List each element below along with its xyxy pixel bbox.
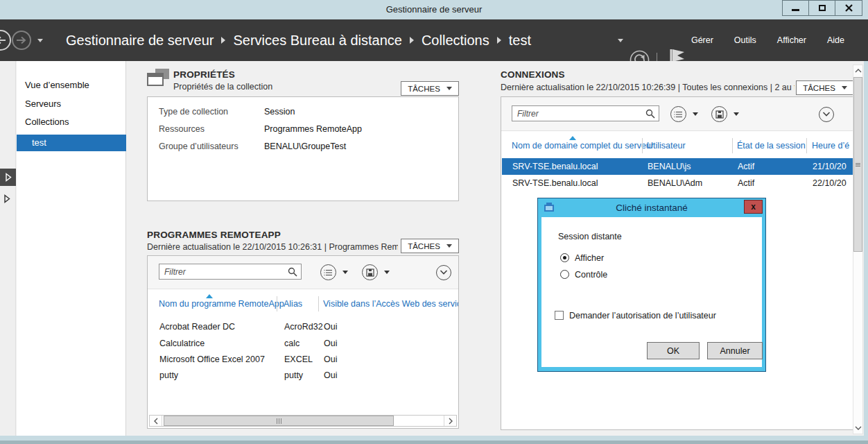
minimize-button[interactable] [783,1,809,15]
menu-bar: Gérer Outils Afficher Aide [691,19,844,61]
remoteapp-col-name[interactable]: Nom du programme RemoteApp [159,299,284,309]
window-edge-bottom [0,436,868,441]
column-divider[interactable] [732,138,733,153]
radio-controle[interactable] [560,270,569,279]
scroll-down-button[interactable] [853,422,862,434]
forward-button[interactable] [12,31,31,50]
collapse-panel-button[interactable] [436,265,451,280]
expand-secondary-button[interactable] [3,194,10,205]
cell-visible: Oui [324,351,337,368]
column-divider[interactable] [277,296,277,311]
save-query-caret-icon[interactable] [734,112,739,116]
breadcrumb-dropdown-caret-icon[interactable] [618,39,623,42]
connections-tasks-button[interactable]: TÂCHES [796,80,854,95]
close-icon: x [751,202,756,212]
sidebar-item-vue-densemble[interactable]: Vue d’ensemble [17,76,126,94]
forward-icon [16,36,27,44]
list-options-button[interactable] [320,264,336,280]
sidebar-item-serveurs[interactable]: Serveurs [17,95,126,113]
save-query-button[interactable] [362,264,378,280]
property-label: Ressources [159,124,264,134]
scrollbar-thumb[interactable] [853,77,862,252]
connection-row[interactable]: SRV-TSE.benalu.local BENALU\Adm Actif 22… [502,175,853,191]
sidebar-item-collections[interactable]: Collections [17,113,126,131]
sidebar-item-test[interactable]: test [17,135,126,151]
save-query-caret-icon[interactable] [384,271,390,274]
menu-afficher[interactable]: Afficher [777,35,806,45]
connections-col-time[interactable]: Heure d’é [812,141,849,151]
properties-title: PROPRIÉTÉS [173,69,235,80]
property-value: Session [264,107,295,117]
cell-alias: EXCEL [284,351,313,368]
scroll-right-button[interactable] [444,416,456,426]
horizontal-scrollbar[interactable] [149,415,457,427]
radio-afficher[interactable] [560,253,569,262]
dialog-titlebar[interactable]: Cliché instantané x [538,198,765,217]
remoteapp-row[interactable]: Calculatrice calc Oui [148,335,458,352]
menu-gerer[interactable]: Gérer [691,35,713,45]
remoteapp-col-alias[interactable]: Alias [284,299,302,309]
save-query-button[interactable] [711,106,727,122]
connections-filter-input[interactable] [512,106,659,121]
remoteapp-row[interactable]: Microsoft Office Excel 2007 EXCEL Oui [148,351,458,368]
scrollbar-thumb[interactable] [164,416,394,426]
breadcrumb-item-rds[interactable]: Services Bureau à distance [233,33,401,49]
breadcrumb-item-root[interactable]: Gestionnaire de serveur [66,33,214,49]
save-query-icon [366,268,374,277]
column-divider[interactable] [318,296,319,311]
tasks-label: TÂCHES [408,85,440,93]
remoteapp-filter-input[interactable] [159,264,301,279]
vertical-scrollbar[interactable] [853,65,863,434]
cancel-button[interactable]: Annuler [707,342,763,359]
breadcrumb-item-test[interactable]: test [509,33,531,49]
column-divider[interactable] [806,138,807,153]
dialog-close-button[interactable]: x [744,200,763,214]
remoteapp-title: PROGRAMMES REMOTEAPP [147,230,281,240]
session-distante-label: Session distante [558,232,622,241]
close-button[interactable] [835,1,862,15]
connection-row[interactable]: SRV-TSE.benalu.local BENALU\js Actif 21/… [502,158,853,175]
ask-permission-checkbox[interactable] [555,311,564,320]
list-options-button[interactable] [670,106,686,122]
server-manager-window: Gestionnaire de serveur Gestionnaire de … [0,0,868,444]
navigation-bar: Gestionnaire de serveur Services Bureau … [0,19,868,61]
scroll-left-button[interactable] [150,416,162,426]
menu-outils[interactable]: Outils [734,35,756,45]
ok-button[interactable]: OK [647,342,700,359]
nav-history-caret-icon[interactable] [37,39,43,42]
maximize-button[interactable] [809,1,835,15]
nav-divider [657,53,657,61]
notifications-flag-button[interactable] [668,48,686,61]
remoteapp-col-visible[interactable]: Visible dans l’Accès Web des services [323,299,459,309]
remoteapp-tasks-button[interactable]: TÂCHES [401,239,459,253]
property-row: Groupe d’utilisateurs BENALU\GroupeTest [148,137,458,155]
expand-pane-button[interactable] [0,169,16,186]
cell-program: Calculatrice [159,335,205,352]
properties-subtitle: Propriétés de la collection [173,82,272,92]
refresh-button[interactable] [630,50,650,61]
cell-alias: calc [284,335,300,352]
collapse-panel-button[interactable] [819,107,834,122]
remoteapp-row[interactable]: Acrobat Reader DC AcroRd32 Oui [148,318,458,335]
list-options-caret-icon[interactable] [342,271,348,274]
remoteapp-row[interactable]: putty putty Oui [148,367,458,384]
search-icon [288,267,297,277]
connections-col-server[interactable]: Nom de domaine complet du serveur [512,141,654,151]
menu-aide[interactable]: Aide [827,35,844,45]
ask-permission-label[interactable]: Demander l’autorisation de l’utilisateur [569,311,716,321]
snapshot-dialog: Cliché instantané x Session distante Aff… [537,198,766,372]
list-options-caret-icon[interactable] [693,112,698,116]
breadcrumb-item-collections[interactable]: Collections [422,33,489,49]
back-button[interactable] [0,30,11,51]
radio-controle-label[interactable]: Contrôle [575,270,607,280]
connections-col-user[interactable]: Utilisateur [647,141,686,151]
scroll-up-button[interactable] [853,65,862,76]
radio-afficher-label[interactable]: Afficher [575,253,604,263]
properties-tasks-button[interactable]: TÂCHES [401,81,459,96]
properties-box: Type de collection Session Ressources Pr… [147,96,459,201]
column-divider[interactable] [642,138,643,153]
cell-server: SRV-TSE.benalu.local [512,175,598,191]
back-icon [0,36,6,44]
connections-col-state[interactable]: État de la session [737,141,806,151]
thumb-grip-icon [281,418,281,424]
